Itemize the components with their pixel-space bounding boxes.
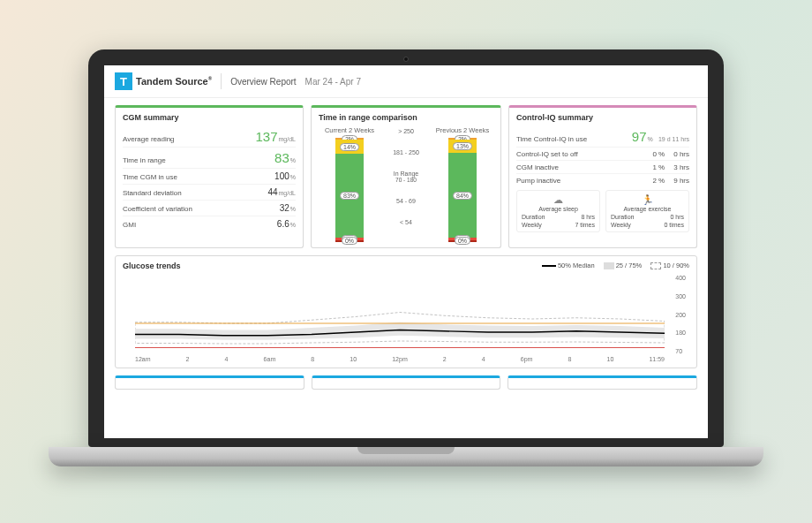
glucose-trends-card: Glucose trends 50% Median 25 / 75% 10 / … xyxy=(115,255,697,368)
stub-card-2 xyxy=(312,375,501,390)
time-in-range-card: Time in range comparison Current 2 Weeks… xyxy=(311,105,501,248)
control-iq-card: Control-IQ summary Time Control-IQ in us… xyxy=(508,105,697,248)
brand-logo[interactable]: T Tandem Source® xyxy=(115,72,212,90)
tir-segment-vlow: 0% xyxy=(335,240,364,242)
tir-current-label: Current 2 Weeks xyxy=(325,126,374,134)
laptop-frame: T Tandem Source® Overview Report Mar 24 … xyxy=(79,49,733,474)
avg-exercise-card: 🏃 Average exercise Duration0 hrs Weekly0… xyxy=(605,190,689,232)
sleep-icon: ☁ xyxy=(522,194,595,206)
avg-exercise-title: Average exercise xyxy=(611,206,684,212)
trends-legend: 50% Median 25 / 75% 10 / 90% xyxy=(542,262,689,269)
ciq-title: Control-IQ summary xyxy=(516,113,689,122)
ciq-row: Pump inactive2 %9 hrs xyxy=(516,174,689,186)
camera-icon xyxy=(403,57,409,62)
ciq-row: Control-IQ set to off0 %0 hrs xyxy=(516,148,689,161)
cgm-row: Time CGM in use100% xyxy=(123,169,296,185)
tir-previous-column: Previous 2 Weeks 2%13%84%1%0% xyxy=(432,126,493,242)
ciq-headline-label: Time Control-IQ in use xyxy=(516,135,587,143)
app-header: T Tandem Source® Overview Report Mar 24 … xyxy=(104,65,708,98)
avg-sleep-card: ☁ Average sleep Duration8 hrs Weekly7 ti… xyxy=(516,190,600,232)
cgm-row: Coefficient of variation32% xyxy=(123,201,296,216)
stub-card-3 xyxy=(508,375,697,390)
avg-sleep-title: Average sleep xyxy=(522,206,595,212)
logo-mark-icon: T xyxy=(115,72,132,90)
tir-previous-bar: 2%13%84%1%0% xyxy=(448,138,477,242)
ciq-headline-value: 97 xyxy=(632,129,647,144)
cgm-summary-card: CGM summary Average reading137mg/dLTime … xyxy=(115,105,304,248)
trends-x-axis: 12am246am81012pm246pm81011:59 xyxy=(135,356,665,362)
trends-chart: 40030020018070 xyxy=(135,275,665,354)
tir-range-labels: > 250181 - 250In Range70 - 18054 - 69< 5… xyxy=(380,126,432,231)
tir-current-column: Current 2 Weeks 2%14%83%1%0% xyxy=(319,126,380,242)
report-title: Overview Report xyxy=(230,77,296,87)
cgm-row: Average reading137mg/dL xyxy=(123,126,296,148)
cgm-summary-title: CGM summary xyxy=(123,113,296,122)
tir-previous-label: Previous 2 Weeks xyxy=(436,126,489,134)
tir-segment-high: 14% xyxy=(335,140,364,154)
dashboard-content: CGM summary Average reading137mg/dLTime … xyxy=(104,98,708,404)
stub-card-1 xyxy=(115,375,304,390)
ciq-headline-extra: 19 d 11 hrs xyxy=(658,136,689,142)
bottom-stub-row xyxy=(115,375,697,390)
ciq-row: CGM inactive1 %3 hrs xyxy=(516,161,689,174)
cgm-row: Standard deviation44mg/dL xyxy=(123,185,296,201)
cgm-row: GMI6.6% xyxy=(123,216,296,231)
tir-title: Time in range comparison xyxy=(319,113,493,122)
ciq-headline: Time Control-IQ in use 97% 19 d 11 hrs xyxy=(516,126,689,148)
tir-segment-range: 84% xyxy=(448,153,477,238)
ciq-sub-cards: ☁ Average sleep Duration8 hrs Weekly7 ti… xyxy=(516,190,689,232)
tir-segment-range: 83% xyxy=(335,154,364,238)
date-range: Mar 24 - Apr 7 xyxy=(305,77,361,87)
tir-segment-high: 13% xyxy=(448,140,477,153)
trends-y-axis: 40030020018070 xyxy=(675,275,686,354)
header-divider xyxy=(221,73,222,89)
tir-current-bar: 2%14%83%1%0% xyxy=(335,138,364,242)
laptop-base xyxy=(49,447,763,466)
legend-outer-icon xyxy=(650,262,661,269)
tir-body: Current 2 Weeks 2%14%83%1%0% > 250181 - … xyxy=(319,126,493,242)
exercise-icon: 🏃 xyxy=(611,194,684,206)
logo-text: Tandem Source® xyxy=(136,76,212,87)
legend-iqr-icon xyxy=(604,262,614,269)
cgm-row: Time in range83% xyxy=(123,148,296,169)
app-screen: T Tandem Source® Overview Report Mar 24 … xyxy=(104,65,708,438)
tir-segment-vlow: 0% xyxy=(448,240,477,242)
top-row: CGM summary Average reading137mg/dLTime … xyxy=(115,105,697,248)
legend-median-icon xyxy=(542,265,556,267)
screen-bezel: T Tandem Source® Overview Report Mar 24 … xyxy=(88,49,724,447)
